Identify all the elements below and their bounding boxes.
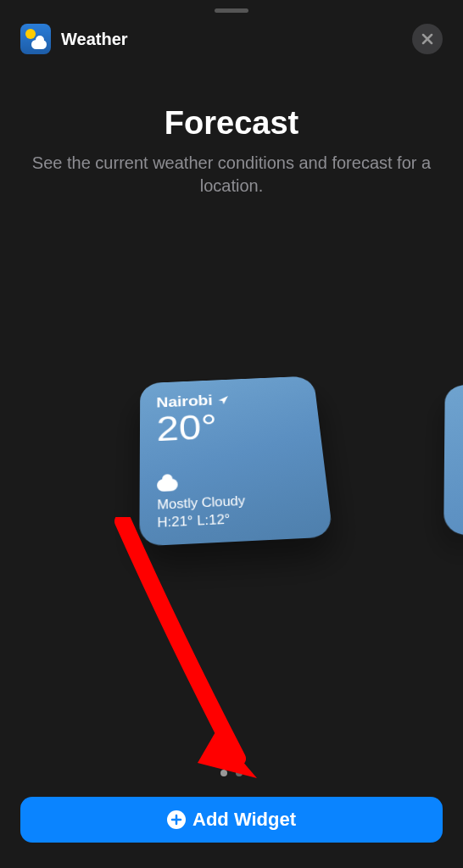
page-title: Forecast [24,105,439,142]
next-widget-peek[interactable] [443,385,463,535]
content-header: Forecast See the current weather conditi… [0,105,463,198]
location-arrow-icon [217,395,229,405]
page-dot-2[interactable] [236,770,243,776]
widget-temperature: 20° [157,406,305,447]
pagination-dots[interactable] [220,770,243,776]
widget-carousel[interactable]: Nairobi 20° Mostly Cloudy H:21° L:12° [0,282,463,630]
header-left: Weather [20,24,128,54]
app-title: Weather [61,30,128,49]
plus-circle-icon [167,810,186,829]
widget-temp-range: H:21° L:12° [157,509,314,531]
add-widget-button[interactable]: Add Widget [20,797,443,843]
sheet-grabber[interactable] [215,8,248,13]
close-button[interactable] [412,24,443,54]
close-icon [421,32,434,46]
cloud-icon [157,478,178,492]
weather-widget-preview: Nairobi 20° Mostly Cloudy H:21° L:12° [139,376,333,546]
add-widget-label: Add Widget [192,809,296,831]
page-dot-1[interactable] [220,770,227,776]
weather-app-icon [20,24,51,54]
page-subtitle: See the current weather conditions and f… [24,152,439,198]
